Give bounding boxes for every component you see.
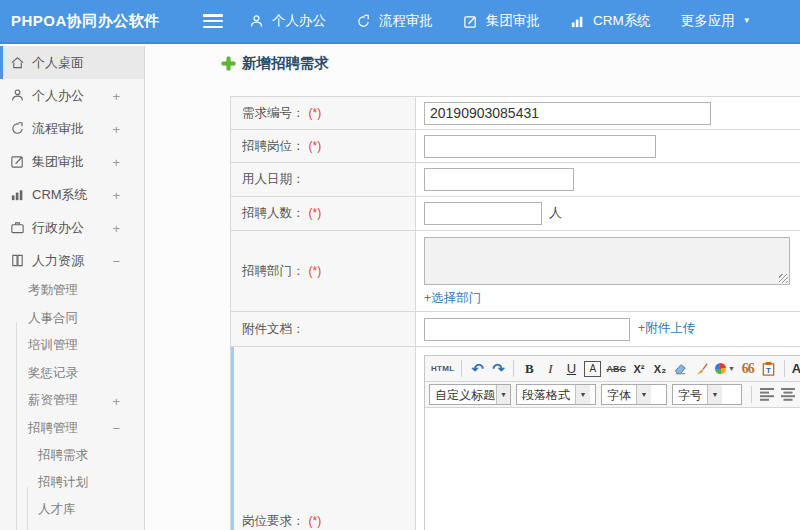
sidebar-item-training[interactable]: 培训管理 [0, 332, 144, 360]
home-icon [10, 55, 25, 70]
field-label: 招聘部门： [242, 264, 305, 278]
nav-group-approval[interactable]: 集团审批 [463, 12, 540, 30]
align-left-icon[interactable] [757, 384, 777, 405]
sidebar-item-hr[interactable]: 人力资源 − [0, 244, 144, 277]
sidebar-item-hr-contract[interactable]: 人事合同 [0, 305, 144, 333]
expand-plus-icon: + [112, 220, 120, 235]
select-value: 段落格式 [517, 385, 575, 404]
editor-toolbar-row1: HTML ↶ ↷ B I U A ABC X² X₂ [425, 356, 800, 382]
sidebar-item-label: 流程审批 [32, 120, 84, 138]
bold-button[interactable]: B [519, 358, 539, 379]
font-style-box-button[interactable]: A [584, 361, 601, 377]
blockquote-button[interactable]: 66 [738, 358, 758, 379]
sidebar-submenu-hr: 考勤管理 人事合同 培训管理 奖惩记录 薪资管理+ 招聘管理− [0, 277, 144, 442]
sidebar-item-desktop[interactable]: 个人桌面 [0, 46, 144, 79]
field-label: 岗位要求： [242, 514, 305, 528]
headcount-unit: 人 [549, 205, 562, 220]
resize-grip-icon[interactable] [779, 274, 788, 283]
sidebar-item-recruit-plan[interactable]: 招聘计划 [0, 469, 144, 496]
sidebar-item-personal-office[interactable]: 个人办公 + [0, 79, 144, 112]
sidebar-item-label: 招聘需求 [38, 447, 88, 464]
nav-label: 集团审批 [486, 12, 540, 30]
collapse-minus-icon: − [112, 421, 120, 436]
headcount-input[interactable] [424, 202, 542, 225]
user-icon [10, 88, 25, 103]
sidebar-item-rewards[interactable]: 奖惩记录 [0, 360, 144, 388]
menu-toggle-icon[interactable] [203, 14, 223, 28]
superscript-button[interactable]: X² [629, 358, 649, 379]
toolbar-separator [513, 360, 514, 377]
custom-heading-select[interactable]: 自定义标题▼ [429, 384, 511, 405]
sidebar: 个人桌面 个人办公 + 流程审批 + 集团审批 + CRM系统 + 行政办公 + [0, 46, 145, 530]
caret-down-icon: ▼ [636, 385, 651, 404]
nav-label: CRM系统 [593, 12, 651, 30]
link-label: 选择部门 [431, 291, 481, 305]
html-source-button[interactable]: HTML [429, 358, 456, 379]
font-size-select[interactable]: 字号▼ [672, 384, 742, 405]
richtext-editor: HTML ↶ ↷ B I U A ABC X² X₂ [424, 355, 800, 530]
sidebar-item-recruit-mgmt[interactable]: 招聘管理− [0, 415, 144, 443]
department-textarea[interactable] [424, 237, 790, 285]
paste-icon[interactable]: T [759, 358, 779, 379]
user-icon [249, 14, 264, 29]
editor-content-area[interactable] [425, 408, 800, 530]
font-color-button[interactable]: A▼ [790, 358, 800, 379]
field-label: 附件文档： [242, 322, 305, 336]
sidebar-item-label: 招聘计划 [38, 474, 88, 491]
nav-more-apps[interactable]: 更多应用 ▼ [681, 12, 751, 30]
field-label: 招聘岗位： [242, 139, 305, 153]
form-row-department: 招聘部门：(*) +选择部门 [231, 231, 800, 312]
position-input[interactable] [424, 135, 656, 158]
app-title: PHPOA协同办公软件 [0, 12, 203, 31]
sidebar-item-label: 奖惩记录 [28, 365, 78, 382]
nav-workflow-approval[interactable]: 流程审批 [356, 12, 433, 30]
align-center-icon[interactable] [778, 384, 798, 405]
sidebar-item-attendance[interactable]: 考勤管理 [0, 277, 144, 305]
font-family-select[interactable]: 字体▼ [601, 384, 667, 405]
request-number-input[interactable] [424, 102, 711, 125]
hire-date-input[interactable] [424, 168, 574, 191]
strikethrough-button[interactable]: ABC [604, 358, 628, 379]
eraser-icon[interactable] [671, 358, 691, 379]
required-mark: (*) [309, 106, 322, 120]
sidebar-item-label: 考勤管理 [28, 282, 78, 299]
nav-crm-system[interactable]: CRM系统 [570, 12, 651, 30]
attachment-input[interactable] [424, 318, 630, 341]
paragraph-format-select[interactable]: 段落格式▼ [516, 384, 596, 405]
caret-down-icon: ▼ [707, 385, 722, 404]
svg-text:T: T [766, 366, 771, 375]
recruit-request-form: 需求编号：(*) 招聘岗位：(*) 用人日期： 招聘人数：(*) 人 招聘部门：… [230, 96, 800, 530]
page-title: 新增招聘需求 [242, 54, 329, 73]
expand-plus-icon: + [112, 187, 120, 202]
field-label: 用人日期： [242, 172, 305, 186]
attachment-upload-link[interactable]: +附件上传 [638, 321, 695, 335]
form-row-requirements: 岗位要求：(*) HTML ↶ ↷ B I U A ABC X² X₂ [231, 347, 800, 530]
format-painter-icon[interactable] [692, 358, 712, 379]
highlight-color-button[interactable]: ▼ [713, 358, 737, 379]
sidebar-item-group-approval[interactable]: 集团审批 + [0, 145, 144, 178]
subscript-button[interactable]: X₂ [650, 358, 670, 379]
sidebar-item-salary[interactable]: 薪资管理+ [0, 387, 144, 415]
select-department-link[interactable]: +选择部门 [424, 290, 481, 307]
italic-button[interactable]: I [540, 358, 560, 379]
sidebar-item-recruit-need[interactable]: 招聘需求 [0, 442, 144, 469]
underline-button[interactable]: U [561, 358, 581, 379]
form-row-position: 招聘岗位：(*) [231, 130, 800, 163]
sidebar-item-label: 集团审批 [32, 153, 84, 171]
form-row-hire-date: 用人日期： [231, 163, 800, 197]
nav-personal-office[interactable]: 个人办公 [249, 12, 326, 30]
briefcase-icon [10, 220, 25, 235]
edit-icon [463, 14, 478, 29]
sidebar-item-crm[interactable]: CRM系统 + [0, 178, 144, 211]
undo-icon[interactable]: ↶ [467, 358, 487, 379]
sidebar-item-talent-pool[interactable]: 人才库 [0, 496, 144, 523]
indent-guide [27, 487, 28, 530]
sidebar-item-workflow-approval[interactable]: 流程审批 + [0, 112, 144, 145]
nav-label: 流程审批 [379, 12, 433, 30]
expand-plus-icon: + [112, 393, 120, 408]
sidebar-item-admin-office[interactable]: 行政办公 + [0, 211, 144, 244]
field-label: 招聘人数： [242, 206, 305, 220]
redo-icon[interactable]: ↷ [488, 358, 508, 379]
collapse-minus-icon: − [112, 253, 120, 268]
required-mark: (*) [309, 139, 322, 153]
